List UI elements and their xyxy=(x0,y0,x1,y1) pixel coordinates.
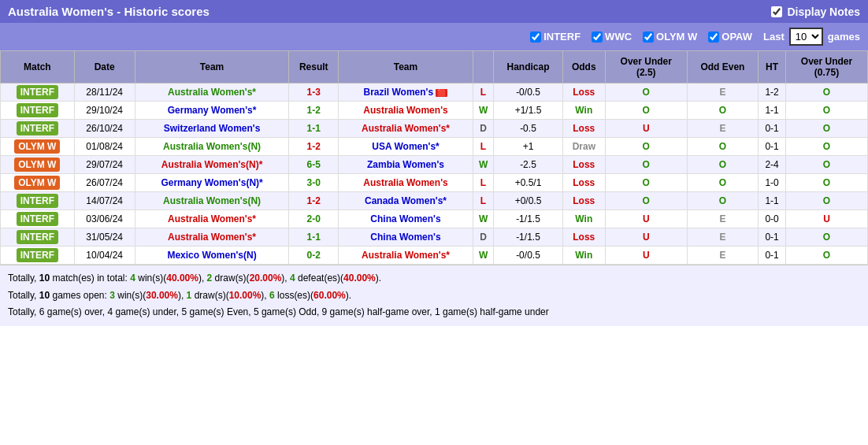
cell-team2: USA Women's* xyxy=(339,138,473,156)
cell-match: OLYM W xyxy=(1,174,75,192)
cell-team1: Australia Women's(N) xyxy=(135,138,289,156)
oe-value: O xyxy=(719,105,726,116)
team1-name: Australia Women's* xyxy=(168,213,256,224)
wl-value: L xyxy=(480,195,486,206)
result-value: 1-2 xyxy=(307,141,321,152)
cell-result: 3-0 xyxy=(289,174,339,192)
wl-value: W xyxy=(479,105,488,116)
summary-section: Totally, 10 match(es) in total: 4 win(s)… xyxy=(0,265,868,326)
cell-result: 1-1 xyxy=(289,120,339,138)
cell-oe: O xyxy=(687,174,758,192)
cell-oe: O xyxy=(687,192,758,210)
wl-value: W xyxy=(479,250,488,261)
cell-odds: Loss xyxy=(562,156,605,174)
wwc-label: WWC xyxy=(605,31,632,43)
result-value: 3-0 xyxy=(307,177,321,188)
team2-name: Brazil Women's 🟥 xyxy=(363,87,447,98)
cell-handicap: -0/0.5 xyxy=(494,83,563,102)
team1-name: Australia Women's(N) xyxy=(163,141,261,152)
cell-ou25: U xyxy=(605,210,687,228)
cell-result: 1-2 xyxy=(289,102,339,120)
interf-checkbox[interactable] xyxy=(530,32,541,43)
filter-wwc[interactable]: WWC xyxy=(592,31,632,43)
cell-match: INTERF xyxy=(1,228,75,247)
ou25-value: O xyxy=(643,195,650,206)
cell-result: 1-3 xyxy=(289,83,339,102)
cell-odds: Win xyxy=(562,247,605,265)
result-value: 1-3 xyxy=(307,87,321,98)
team1-name: Australia Women's* xyxy=(168,87,256,98)
match-badge: OLYM W xyxy=(14,176,60,190)
team2-name: Australia Women's xyxy=(363,105,447,116)
odds-value: Draw xyxy=(573,141,595,152)
filter-olymw[interactable]: OLYM W xyxy=(643,31,697,43)
ou25-value: O xyxy=(643,87,650,98)
cell-handicap: -1/1.5 xyxy=(494,228,563,247)
scores-table: Match Date Team Result Team Handicap Odd… xyxy=(0,50,868,265)
cell-team2: Australia Women's xyxy=(339,174,473,192)
cell-odds: Loss xyxy=(562,83,605,102)
match-badge: INTERF xyxy=(17,212,58,226)
cell-team2: Australia Women's xyxy=(339,102,473,120)
cell-date: 26/10/24 xyxy=(74,120,135,138)
ou075-value: U xyxy=(823,213,830,224)
ou25-value: U xyxy=(643,213,650,224)
summary-line1: Totally, 10 match(es) in total: 4 win(s)… xyxy=(8,270,860,287)
flag-icon: 🟥 xyxy=(436,89,447,97)
cell-ou075: O xyxy=(786,174,868,192)
cell-wl: D xyxy=(473,228,493,247)
ou075-value: O xyxy=(823,141,830,152)
odds-value: Loss xyxy=(573,159,595,170)
opaw-checkbox[interactable] xyxy=(708,32,719,43)
cell-date: 01/08/24 xyxy=(74,138,135,156)
cell-ou25: U xyxy=(605,120,687,138)
cell-result: 1-1 xyxy=(289,228,339,247)
cell-ou075: O xyxy=(786,247,868,265)
table-row: OLYM W29/07/24Australia Women's(N)*6-5Za… xyxy=(1,156,868,174)
cell-date: 26/07/24 xyxy=(74,174,135,192)
oe-value: O xyxy=(719,195,726,206)
cell-match: OLYM W xyxy=(1,156,75,174)
cell-team1: Mexico Women's(N) xyxy=(135,247,289,265)
last-label: Last xyxy=(763,31,785,43)
cell-match: INTERF xyxy=(1,210,75,228)
cell-team2: Australia Women's* xyxy=(339,120,473,138)
cell-match: INTERF xyxy=(1,120,75,138)
match-badge: INTERF xyxy=(17,121,58,135)
olymw-checkbox[interactable] xyxy=(643,32,654,43)
col-result: Result xyxy=(289,51,339,83)
match-badge: OLYM W xyxy=(14,158,60,172)
wwc-checkbox[interactable] xyxy=(592,32,603,43)
cell-wl: L xyxy=(473,192,493,210)
ou075-value: O xyxy=(823,123,830,134)
cell-ou25: U xyxy=(605,228,687,247)
table-row: INTERF14/07/24Australia Women's(N)1-2Can… xyxy=(1,192,868,210)
filter-opaw[interactable]: OPAW xyxy=(708,31,752,43)
cell-team1: Germany Women's* xyxy=(135,102,289,120)
cell-team2: Canada Women's* xyxy=(339,192,473,210)
cell-ou075: O xyxy=(786,228,868,247)
team1-name: Germany Women's* xyxy=(168,105,257,116)
cell-ht: 1-2 xyxy=(759,83,786,102)
team2-name: Australia Women's* xyxy=(362,250,450,261)
oe-value: E xyxy=(719,250,725,261)
ou25-value: U xyxy=(643,123,650,134)
table-row: INTERF31/05/24Australia Women's*1-1China… xyxy=(1,228,868,247)
last-games-select[interactable]: 5 10 15 20 All xyxy=(789,28,823,46)
cell-date: 03/06/24 xyxy=(74,210,135,228)
display-notes-checkbox[interactable] xyxy=(771,6,782,17)
col-odds: Odds xyxy=(562,51,605,83)
cell-odds: Loss xyxy=(562,120,605,138)
ou075-value: O xyxy=(823,195,830,206)
result-value: 2-0 xyxy=(307,213,321,224)
oe-value: E xyxy=(719,232,725,243)
filter-interf[interactable]: INTERF xyxy=(530,31,581,43)
cell-team2: China Women's xyxy=(339,228,473,247)
cell-team1: Australia Women's(N) xyxy=(135,192,289,210)
cell-ht: 1-1 xyxy=(759,102,786,120)
team2-name: Australia Women's xyxy=(363,177,447,188)
cell-ht: 1-1 xyxy=(759,192,786,210)
cell-ou25: O xyxy=(605,102,687,120)
wl-value: W xyxy=(479,159,488,170)
display-notes-control: Display Notes xyxy=(771,6,860,18)
